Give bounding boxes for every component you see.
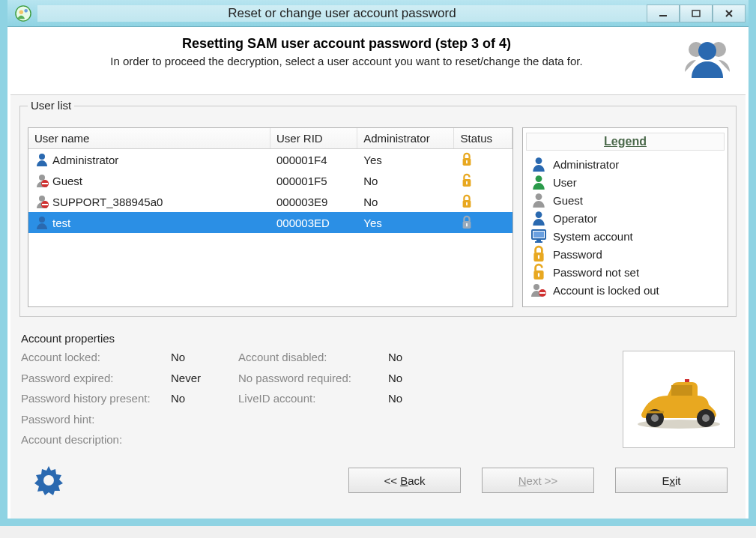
legend-label: Password not set: [553, 266, 639, 279]
maximize-button[interactable]: [680, 4, 713, 22]
svg-rect-31: [535, 241, 542, 243]
svg-point-8: [39, 154, 45, 160]
legend-title: Legend: [526, 133, 725, 151]
svg-point-7: [698, 42, 716, 60]
legend-label: User: [553, 176, 577, 189]
close-button[interactable]: [713, 4, 746, 22]
table-row[interactable]: SUPPORT_388945a0 000003E9 No: [28, 191, 512, 212]
svg-rect-15: [467, 181, 468, 184]
legend-label: Administrator: [553, 158, 619, 171]
account-disabled-value: No: [388, 351, 433, 366]
username-cell: SUPPORT_388945a0: [52, 196, 163, 208]
svg-rect-30: [536, 240, 541, 241]
account-properties: Account properties Account locked: No Ac…: [19, 327, 737, 453]
svg-point-21: [39, 217, 45, 223]
minimize-button[interactable]: [647, 4, 680, 22]
no-password-value: No: [388, 372, 433, 387]
password-expired-value: Never: [171, 372, 238, 387]
no-password-label: No password required:: [238, 372, 388, 387]
admin-cell: Yes: [357, 215, 454, 231]
users-icon: [681, 36, 734, 81]
lock-closed-icon: [530, 247, 547, 262]
svg-point-46: [43, 475, 54, 486]
svg-rect-23: [467, 223, 468, 226]
admin-cell: Yes: [357, 152, 454, 168]
userlist-label: User list: [28, 99, 74, 112]
rid-cell: 000003E9: [270, 194, 357, 210]
lock-open-icon: [530, 265, 547, 279]
properties-title: Account properties: [21, 332, 735, 345]
rid-cell: 000001F5: [270, 173, 357, 189]
svg-point-36: [533, 284, 539, 290]
svg-point-11: [39, 175, 45, 181]
svg-rect-18: [42, 204, 48, 205]
admin-cell: No: [357, 194, 454, 210]
rid-cell: 000003ED: [270, 215, 357, 231]
username-cell: Administrator: [52, 154, 118, 166]
footer: << Back Next >> Exit: [19, 453, 737, 511]
next-button[interactable]: Next >>: [482, 468, 594, 493]
svg-point-42: [651, 414, 659, 422]
titlebar: Reset or change user account password: [7, 0, 749, 27]
svg-rect-13: [42, 183, 48, 184]
svg-point-44: [702, 414, 710, 422]
account-avatar: [623, 351, 735, 448]
svg-point-25: [536, 175, 542, 182]
page-subtitle: In order to proceed the decryption, sele…: [22, 55, 671, 67]
col-status[interactable]: Status: [454, 128, 512, 148]
password-hint-label: Password hint:: [21, 413, 433, 428]
svg-point-2: [24, 9, 28, 13]
col-username[interactable]: User name: [28, 128, 270, 148]
username-cell: test: [52, 217, 70, 229]
legend-box: Legend AdministratorUserGuestOperatorSys…: [522, 127, 728, 307]
table-row[interactable]: test 000003ED Yes: [28, 212, 512, 233]
svg-point-1: [19, 10, 24, 14]
system-icon: [530, 229, 547, 244]
svg-rect-40: [671, 385, 692, 396]
legend-item: Guest: [526, 191, 725, 209]
admin-icon: [530, 157, 547, 172]
table-row[interactable]: Guest 000001F5 No: [28, 170, 512, 191]
liveid-value: No: [388, 392, 433, 407]
back-button[interactable]: << Back: [348, 468, 461, 493]
gear-icon[interactable]: [28, 460, 69, 501]
admin-icon: [34, 152, 49, 167]
table-header: User name User RID Administrator Status: [28, 128, 512, 149]
svg-point-16: [39, 196, 45, 202]
locked-out-icon: [530, 282, 547, 297]
col-rid[interactable]: User RID: [270, 128, 357, 148]
exit-button[interactable]: Exit: [615, 468, 728, 493]
svg-point-26: [536, 193, 542, 200]
legend-item: Account is locked out: [526, 281, 725, 299]
svg-rect-20: [467, 202, 468, 205]
account-disabled-label: Account disabled:: [238, 351, 388, 366]
password-expired-label: Password expired:: [21, 372, 171, 387]
legend-item: System account: [526, 227, 725, 245]
table-row[interactable]: Administrator 000001F4 Yes: [28, 149, 512, 170]
account-description-label: Account description:: [21, 433, 433, 448]
svg-point-27: [536, 211, 542, 218]
svg-rect-3: [659, 15, 667, 16]
svg-rect-4: [692, 10, 700, 16]
legend-item: Password: [526, 245, 725, 263]
svg-rect-10: [467, 160, 468, 163]
guest-icon: [530, 193, 547, 208]
col-admin[interactable]: Administrator: [357, 128, 454, 148]
legend-item: Operator: [526, 209, 725, 227]
lock-closed-icon: [460, 215, 474, 230]
legend-label: System account: [553, 230, 633, 243]
legend-label: Guest: [553, 194, 583, 207]
account-locked-value: No: [171, 351, 238, 366]
lock-open-icon: [460, 173, 474, 188]
legend-item: Administrator: [526, 155, 725, 173]
legend-label: Account is locked out: [553, 284, 659, 297]
lock-closed-icon: [460, 152, 474, 167]
userlist-fieldset: User list User name User RID Administrat…: [19, 106, 737, 317]
window-controls: [647, 4, 746, 22]
legend-item: Password not set: [526, 263, 725, 281]
lock-closed-icon: [460, 194, 474, 209]
rid-cell: 000001F4: [270, 152, 357, 168]
svg-rect-35: [538, 273, 539, 276]
svg-rect-38: [539, 292, 545, 294]
user-table[interactable]: User name User RID Administrator Status …: [28, 127, 513, 307]
